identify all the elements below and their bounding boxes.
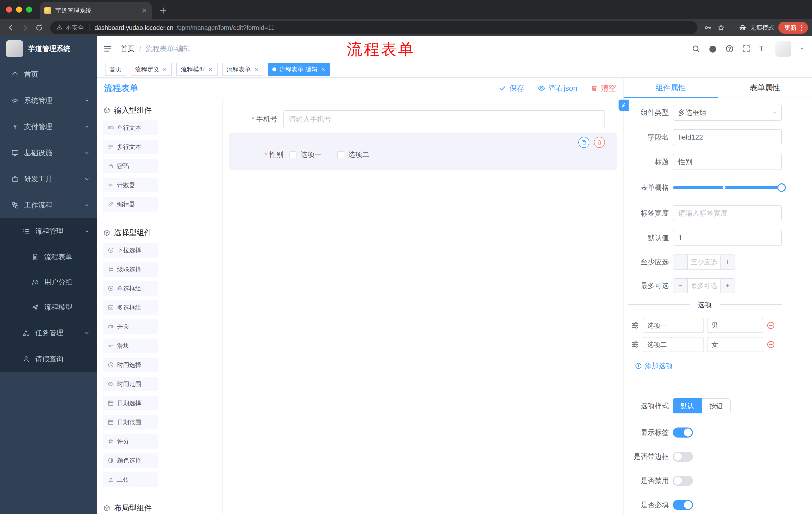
palette-item-select[interactable]: 下拉选择 (103, 243, 158, 258)
label-width-input[interactable] (673, 205, 782, 221)
remove-option-icon[interactable] (766, 321, 775, 330)
tag-process-form-edit[interactable]: 流程表单-编辑 (268, 63, 330, 76)
hambur​ger-icon[interactable] (103, 44, 113, 54)
palette-item-switch[interactable]: 开关 (103, 319, 158, 334)
tab-component-props[interactable]: 组件属性 (624, 78, 718, 98)
save-button[interactable]: 保存 (499, 83, 524, 93)
palette-item-editor[interactable]: 编辑器 (103, 197, 158, 212)
panel-collapse-handle[interactable] (618, 100, 629, 111)
sidebar-item-home[interactable]: 首页 (0, 61, 97, 87)
remove-option-icon[interactable] (766, 340, 775, 349)
add-option-button[interactable]: 添加选项 (635, 361, 673, 371)
title-input[interactable] (673, 154, 782, 170)
option-value-input[interactable] (707, 318, 763, 333)
drag-handle-icon[interactable] (631, 321, 640, 330)
default-value-input[interactable] (673, 230, 782, 246)
palette-item-single-line-text[interactable]: 单行文本 (103, 120, 158, 135)
sidebar-item-task-management[interactable]: 任务管理 (0, 320, 97, 346)
palette-item-color-picker[interactable]: 颜色选择 (103, 453, 158, 468)
palette-item-textarea[interactable]: 多行文本 (103, 140, 158, 154)
palette-item-date-picker[interactable]: 日期选择 (103, 396, 158, 410)
disabled-switch[interactable] (673, 476, 693, 486)
tag-process-definition[interactable]: 流程定义 (130, 63, 172, 76)
palette-item-password[interactable]: 密码 (103, 159, 158, 173)
tag-close-icon[interactable] (208, 67, 213, 72)
security-label[interactable]: 不安全 (66, 24, 84, 32)
palette-item-time-picker[interactable]: 时间选择 (103, 358, 158, 372)
phone-form-item[interactable]: 手机号 (229, 110, 617, 128)
copy-component-button[interactable] (578, 137, 589, 148)
gender-option1-checkbox[interactable]: 选项一 (289, 150, 322, 159)
palette-item-counter[interactable]: 123计数器 (103, 178, 158, 192)
sidebar-item-process-form[interactable]: 流程表单 (0, 244, 97, 270)
delete-component-button[interactable] (594, 137, 605, 148)
palette-item-date-range[interactable]: 日期范围 (103, 415, 158, 430)
tag-close-icon[interactable] (162, 67, 167, 72)
forward-button[interactable] (18, 21, 32, 35)
bookmark-star-icon[interactable] (715, 21, 728, 34)
increase-button[interactable]: + (721, 279, 735, 293)
window-minimize-button[interactable] (16, 6, 22, 12)
slider-handle[interactable] (777, 183, 786, 192)
palette-item-radio-group[interactable]: 单选框组 (103, 281, 158, 296)
url-bar[interactable]: 不安全 dashboard.yudao.iocoder.cn/bpm/manag… (50, 21, 697, 34)
palette-item-checkbox-group[interactable]: 多选框组 (103, 300, 158, 315)
selected-form-item-gender[interactable]: 性别 选项一 选项二 (229, 133, 617, 170)
sidebar-item-infrastructure[interactable]: 基础设施 (0, 140, 97, 166)
github-icon[interactable] (708, 44, 718, 54)
back-button[interactable] (4, 21, 18, 35)
form-grid-slider[interactable] (673, 179, 782, 197)
sidebar-item-system[interactable]: 系统管理 (0, 87, 97, 114)
tag-close-icon[interactable] (254, 67, 259, 72)
search-icon[interactable] (691, 44, 700, 53)
option-value-input[interactable] (707, 337, 763, 352)
increase-button[interactable]: + (721, 255, 735, 269)
help-icon[interactable] (725, 44, 734, 53)
tag-home[interactable]: 首页 (105, 63, 126, 76)
palette-item-rate[interactable]: 评分 (103, 434, 158, 449)
window-zoom-button[interactable] (26, 6, 32, 12)
palette-item-upload[interactable]: 上传 (103, 472, 158, 487)
sidebar-item-user-group[interactable]: 用户分组 (0, 270, 97, 295)
palette-item-slider[interactable]: 滑块 (103, 339, 158, 353)
style-button-button[interactable]: 按钮 (702, 398, 731, 413)
tab-form-props[interactable]: 表单属性 (718, 78, 812, 98)
drag-handle-icon[interactable] (631, 340, 640, 349)
new-tab-button[interactable] (159, 6, 168, 15)
password-key-icon[interactable] (701, 21, 715, 34)
required-switch[interactable] (673, 500, 693, 510)
tag-process-form[interactable]: 流程表单 (222, 63, 263, 76)
min-select-value[interactable]: 至少应选 (687, 255, 721, 269)
tag-process-model[interactable]: 流程模型 (176, 63, 218, 76)
show-label-switch[interactable] (673, 428, 693, 437)
option-label-input[interactable] (643, 318, 704, 333)
breadcrumb-home[interactable]: 首页 (121, 44, 135, 54)
window-close-button[interactable] (6, 6, 12, 12)
phone-input[interactable] (283, 110, 605, 128)
view-json-button[interactable]: 查看json (538, 83, 577, 93)
clear-button[interactable]: 清空 (590, 83, 616, 93)
max-select-value[interactable]: 最多可选 (687, 279, 721, 293)
style-default-button[interactable]: 默认 (673, 398, 702, 413)
user-caret-down-icon[interactable] (799, 46, 805, 52)
browser-tab[interactable]: 芋道管理系统 (40, 2, 152, 19)
update-button[interactable]: 更新 (778, 22, 808, 34)
sidebar-item-process-management[interactable]: 流程管理 (0, 218, 97, 244)
form-canvas[interactable]: 手机号 性别 选项一 选项二 (223, 99, 623, 514)
tab-close-icon[interactable] (141, 7, 148, 14)
decrease-button[interactable]: − (673, 279, 687, 293)
option-label-input[interactable] (643, 337, 704, 352)
component-type-select[interactable]: 多选框组 (673, 105, 782, 121)
sidebar-item-dev-tools[interactable]: 研发工具 (0, 166, 97, 192)
reload-button[interactable] (32, 21, 46, 35)
field-name-input[interactable] (673, 129, 782, 145)
palette-item-cascader[interactable]: 级联选择 (103, 262, 158, 277)
browser-menu-icon[interactable] (798, 23, 806, 32)
fullscreen-icon[interactable] (742, 44, 751, 53)
palette-item-time-range[interactable]: 时间范围 (103, 377, 158, 391)
user-avatar[interactable] (775, 41, 791, 57)
sidebar-item-process-model[interactable]: 流程模型 (0, 295, 97, 320)
gender-option2-checkbox[interactable]: 选项二 (337, 150, 369, 159)
sidebar-item-leave-query[interactable]: 请假查询 (0, 346, 97, 372)
bordered-switch[interactable] (673, 452, 693, 462)
